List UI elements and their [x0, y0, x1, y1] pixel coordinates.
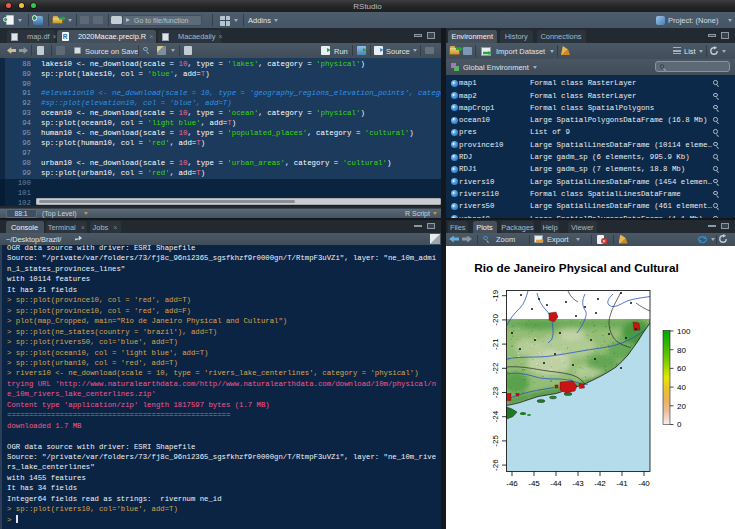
svg-text:-42: -42	[594, 479, 606, 488]
svg-text:-20: -20	[491, 314, 500, 326]
svg-text:-25: -25	[491, 435, 500, 447]
svg-text:-22: -22	[491, 362, 500, 374]
svg-text:-19: -19	[491, 289, 500, 301]
svg-text:40: 40	[677, 383, 686, 392]
svg-text:-44: -44	[550, 479, 562, 488]
svg-text:-45: -45	[528, 479, 540, 488]
svg-text:-21: -21	[491, 338, 500, 350]
svg-text:-43: -43	[572, 479, 584, 488]
svg-text:100: 100	[677, 327, 691, 336]
svg-text:Rio de Janeiro Physical and Cu: Rio de Janeiro Physical and Cultural	[474, 261, 679, 275]
svg-text:20: 20	[677, 402, 686, 411]
svg-text:-23: -23	[491, 386, 500, 398]
svg-text:60: 60	[677, 364, 686, 373]
svg-text:80: 80	[677, 346, 686, 355]
svg-text:0: 0	[677, 420, 682, 429]
svg-text:-46: -46	[506, 479, 518, 488]
svg-text:-26: -26	[491, 459, 500, 471]
svg-text:-41: -41	[616, 479, 628, 488]
svg-text:-40: -40	[638, 479, 650, 488]
svg-text:-24: -24	[491, 410, 500, 422]
